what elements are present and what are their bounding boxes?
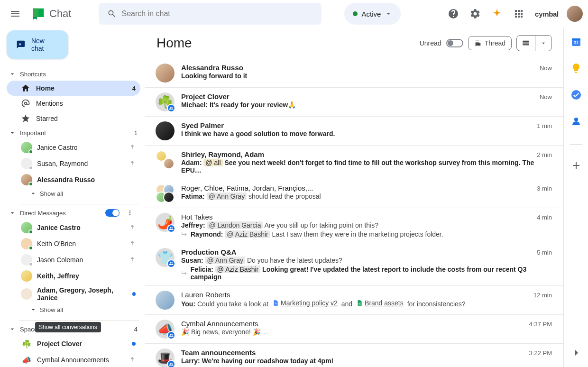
nav-starred[interactable]: Starred [7,111,140,126]
thread-row[interactable]: 🌶️ Hot Takes 4 min Jeffrey: @ Landon Gar… [145,208,563,243]
tasks-icon [570,89,582,101]
rail-collapse[interactable] [570,347,582,360]
calendar-icon: 31 [570,36,582,47]
nav-mentions[interactable]: Mentions [7,96,140,111]
chevron-down-icon [29,306,37,313]
dm-row[interactable]: Susan, Raymond [7,156,140,172]
show-all-important[interactable]: Show all [7,188,145,202]
show-all-dm[interactable]: Show all Show all conversations [7,304,145,318]
thread-time: 5 min [537,249,552,256]
thread-sender: Syed Palmer [181,121,224,129]
rail-tasks[interactable] [570,89,582,102]
dm-toggle[interactable] [105,209,119,217]
density-toggle[interactable] [516,35,552,51]
pin-icon [129,257,136,263]
rail-contacts[interactable] [570,116,582,129]
thread-label: Thread [485,39,505,47]
chevron-down-icon [540,40,547,46]
thread-snippet: Jeffrey: @ Landon Garcia Are you still u… [181,221,552,229]
thread-snippet: I think we have a good solution to move … [181,130,552,138]
dm-row[interactable]: Janice Castro [7,220,140,236]
thread-row[interactable]: ☘️ Project Clover Now Michael: It's read… [145,88,563,117]
thread-sender: Cymbal Announcements [181,320,258,328]
thread-sender: Roger, Chloe, Fatima, Jordan, Françios,.… [181,184,313,192]
space-badge-icon [167,224,175,233]
dm-label: Janice Castro [37,144,78,151]
thread-time: 3:22 PM [529,349,552,357]
unread-dot [132,342,136,346]
dm-row[interactable]: Keith O'Brien [7,236,140,252]
unread-filter[interactable]: Unread [420,39,463,47]
thread-sender: Production Q&A [181,248,237,256]
divider [19,204,139,204]
divider [19,320,139,321]
space-avatar: 🎩 [156,349,175,367]
gemini-button[interactable] [487,4,506,23]
section-label: Important [20,129,46,137]
avatar-icon [567,6,583,22]
thread-row[interactable]: Alessandra Russo Now Looking forward to … [145,59,563,88]
thread-row[interactable]: Roger, Chloe, Fatima, Jordan, Françios,.… [145,179,563,208]
thread-row[interactable]: 📣 Cymbal Announcements 4:37 PM 🎉 Big new… [145,315,563,344]
thread-row[interactable]: Syed Palmer 1 min I think we have a good… [145,117,563,146]
nav-badge: 4 [132,85,136,92]
thread-filter[interactable]: Thread [468,36,512,50]
chevron-down-icon [9,325,16,333]
section-shortcuts[interactable]: Shortcuts [7,67,145,81]
thread-time: 12 min [533,292,552,299]
search-bar[interactable] [99,3,322,25]
home-icon [21,83,30,93]
section-important[interactable]: Important 1 [7,126,145,139]
nav-label: Starred [36,115,58,122]
thread-sender: Project Clover [181,92,230,101]
dm-row[interactable]: Janice Castro [7,139,140,156]
chat-logo[interactable]: Chat [30,6,71,22]
rail-add[interactable] [570,160,582,173]
account-avatar[interactable] [565,4,584,23]
dm-row[interactable]: Keith, Jeffrey [7,268,140,284]
gear-icon [469,8,481,19]
space-label: Project Clover [37,340,82,348]
space-row[interactable]: 📣 Cymbal Announcements [7,352,140,367]
apps-button[interactable] [509,4,528,23]
thread-sender: Hot Takes [181,213,212,221]
space-badge-icon [167,104,175,112]
thread-snippet: You: Could you take a look at Marketing … [181,299,552,308]
new-chat-button[interactable]: New chat [7,30,68,59]
show-all-label: Show all [40,306,63,313]
help-icon [448,8,459,19]
thread-row[interactable]: 🎩 Team announcements 3:22 PM Larry: We'r… [145,344,563,367]
thread-snippet: Susan: @ Ann Gray Do you have the latest… [181,257,552,264]
space-row[interactable]: ☘️ Project Clover [7,336,140,352]
chevron-down-icon [9,129,16,137]
help-button[interactable] [444,4,463,23]
density-compact[interactable] [535,36,551,51]
user-avatar [156,291,175,310]
status-chip[interactable]: Active [344,3,401,25]
dm-label: Keith, Jeffrey [37,272,79,280]
dm-row[interactable]: Alessandra Russo [7,172,140,188]
pin-icon [129,144,136,151]
search-input[interactable] [121,9,318,18]
section-count: 4 [134,326,138,333]
svg-text:31: 31 [573,40,578,45]
more-icon[interactable] [126,209,134,217]
pin-icon [129,357,136,363]
avatar-icon [21,142,32,153]
dm-row[interactable]: Jason Coleman [7,252,140,268]
chevron-down-icon [385,10,392,18]
main-menu-button[interactable] [4,2,27,25]
settings-button[interactable] [466,4,485,23]
rail-calendar[interactable]: 31 [570,36,582,49]
rail-keep[interactable] [570,63,582,76]
section-direct-messages[interactable]: Direct Messages [7,206,145,220]
dm-row[interactable]: Adam, Gregory, Joseph, Janice [7,284,140,304]
density-comfortable[interactable] [517,36,535,51]
thread-time: 4 min [537,214,552,221]
thread-row[interactable]: 👕 Production Q&A 5 min Susan: @ Ann Gray… [145,243,563,286]
thread-icon [474,39,482,47]
unread-toggle[interactable] [446,39,463,47]
thread-row[interactable]: Lauren Roberts 12 min You: Could you tak… [145,286,563,315]
nav-home[interactable]: Home 4 [7,81,140,96]
thread-row[interactable]: Shirley, Raymond, Adam 2 min Adam: @ all… [145,146,563,179]
